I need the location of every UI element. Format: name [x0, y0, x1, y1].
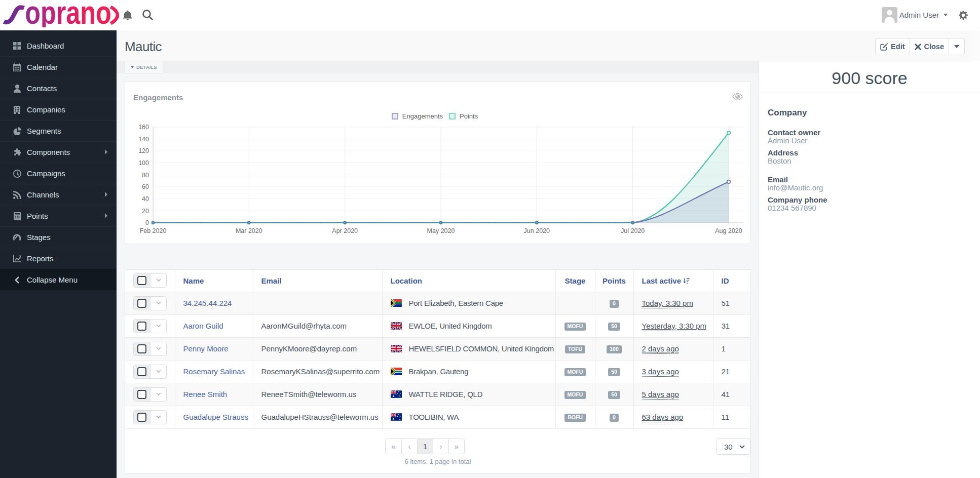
- svg-text:40: 40: [142, 195, 149, 203]
- svg-text:80: 80: [142, 172, 149, 179]
- svg-text:0: 0: [145, 219, 149, 226]
- svg-text:Jul 2020: Jul 2020: [621, 227, 645, 234]
- svg-text:Mar 2020: Mar 2020: [236, 227, 262, 234]
- svg-text:160: 160: [138, 124, 149, 131]
- svg-text:Jun 2020: Jun 2020: [524, 227, 550, 234]
- svg-text:140: 140: [138, 136, 149, 143]
- svg-text:60: 60: [142, 183, 149, 190]
- svg-text:Aug 2020: Aug 2020: [715, 227, 742, 234]
- svg-text:20: 20: [142, 208, 149, 215]
- svg-text:100: 100: [138, 160, 149, 167]
- svg-text:Feb 2020: Feb 2020: [140, 227, 167, 234]
- svg-text:Apr 2020: Apr 2020: [332, 227, 358, 234]
- svg-text:oprano: oprano: [25, 2, 111, 27]
- svg-text:120: 120: [138, 147, 149, 154]
- svg-text:May 2020: May 2020: [427, 227, 455, 234]
